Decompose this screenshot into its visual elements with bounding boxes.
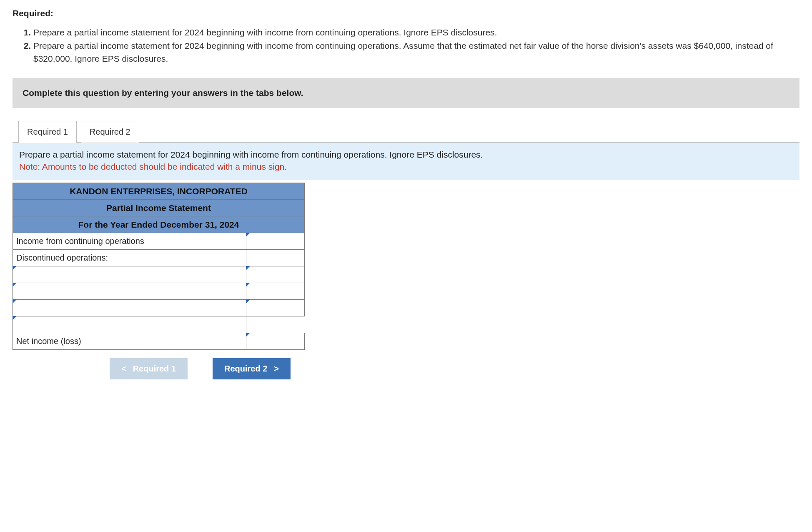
tab-note: Note: Amounts to be deducted should be i…	[19, 161, 793, 173]
row-label: Net income (loss)	[13, 333, 246, 350]
income-statement-table: KANDON ENTERPRISES, INCORPORATED Partial…	[13, 183, 305, 350]
chevron-right-icon: >	[274, 364, 279, 374]
tab-instruction: Prepare a partial income statement for 2…	[19, 148, 793, 161]
row-label-input[interactable]	[13, 300, 246, 316]
row-value-input[interactable]	[246, 266, 305, 283]
row-value-input[interactable]	[246, 233, 305, 250]
instruction-bar: Complete this question by entering your …	[13, 78, 799, 108]
prev-label: Required 1	[133, 364, 176, 374]
tabs-row: Required 1 Required 2	[13, 120, 799, 143]
tab-required-1[interactable]: Required 1	[18, 121, 77, 143]
table-row: Net income (loss)	[13, 333, 305, 350]
table-row	[13, 283, 305, 300]
required-heading: Required:	[13, 8, 799, 18]
table-row	[13, 316, 305, 333]
row-value-input[interactable]	[246, 283, 305, 300]
requirement-item: Prepare a partial income statement for 2…	[33, 26, 799, 39]
chevron-left-icon: <	[121, 364, 126, 374]
next-button[interactable]: Required 2 >	[213, 358, 291, 379]
table-row	[13, 266, 305, 283]
row-value-empty	[246, 316, 305, 333]
statement-title: Partial Income Statement	[13, 200, 305, 216]
table-row: Income from continuing operations	[13, 233, 305, 250]
tab-panel: Prepare a partial income statement for 2…	[13, 142, 799, 181]
row-value-input[interactable]	[246, 333, 305, 350]
statement-company: KANDON ENTERPRISES, INCORPORATED	[13, 183, 305, 200]
row-label-input[interactable]	[13, 266, 246, 283]
row-label: Income from continuing operations	[13, 233, 246, 250]
nav-buttons: < Required 1 Required 2 >	[13, 358, 304, 379]
row-value	[246, 250, 305, 266]
requirements-list: Prepare a partial income statement for 2…	[13, 26, 799, 65]
row-value-input[interactable]	[246, 300, 305, 316]
row-label-input[interactable]	[13, 316, 246, 333]
row-label: Discontinued operations:	[13, 250, 246, 266]
statement-period: For the Year Ended December 31, 2024	[13, 216, 305, 233]
next-label: Required 2	[224, 364, 267, 374]
requirement-item: Prepare a partial income statement for 2…	[33, 39, 799, 65]
table-row: Discontinued operations:	[13, 250, 305, 266]
tab-required-2[interactable]: Required 2	[81, 121, 139, 143]
table-row	[13, 300, 305, 316]
prev-button: < Required 1	[110, 358, 188, 379]
row-label-input[interactable]	[13, 283, 246, 300]
